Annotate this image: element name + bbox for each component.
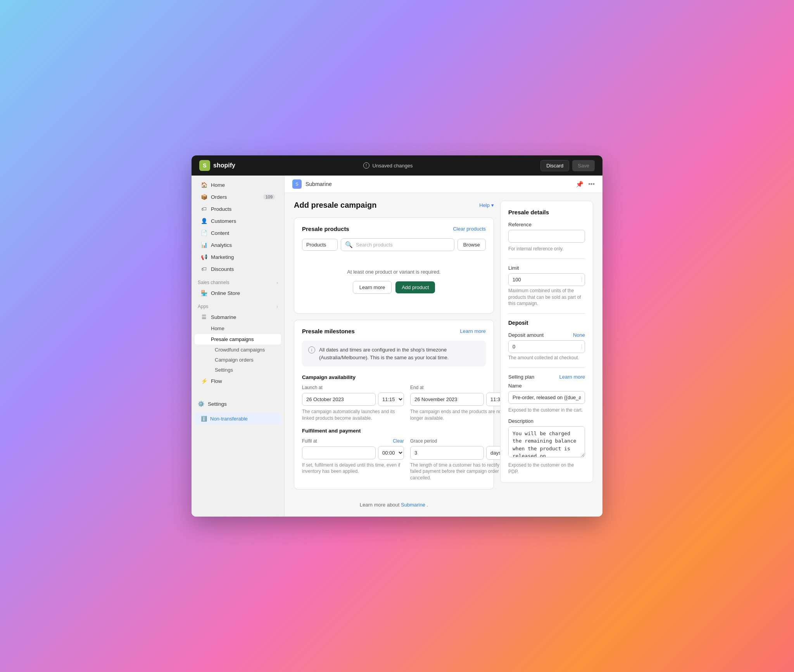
presale-details-title: Presale details [508,209,585,215]
apps-title: Apps [198,304,208,309]
sidebar-item-campaign-orders[interactable]: Campaign orders [195,355,281,365]
divider-2 [508,313,585,314]
sidebar-item-submarine-home[interactable]: Home [195,323,281,334]
app-name: Submarine [306,181,332,187]
search-icon: 🔍 [345,241,353,248]
learn-more-button[interactable]: Learn more [353,281,392,294]
deposit-none-link[interactable]: None [573,332,585,338]
warning-icon: ! [363,162,369,169]
product-search-row: Products Variants 🔍 Browse [302,238,486,251]
limit-unit: units [582,277,585,282]
right-panel: Presale details Reference For internal r… [500,201,593,514]
sidebar-item-submarine[interactable]: ☰ Submarine [195,311,281,323]
deposit-input-wrap: % ▲ ▼ [508,340,585,353]
fulfil-clear-link[interactable]: Clear [393,438,404,444]
page-container: Add presale campaign Help ▾ Presale prod… [285,193,602,517]
unsaved-status-text: Unsaved changes [373,163,413,169]
marketing-icon: 📢 [201,254,207,260]
fulfil-at-time-select[interactable]: 00:00 [378,446,404,460]
grace-period-input-row: days hours [410,446,512,460]
product-type-select[interactable]: Products Variants [302,239,338,251]
app-header-left: S Submarine [292,179,332,189]
save-button[interactable]: Save [572,160,595,171]
launch-at-label: Launch at [302,385,404,390]
fulfil-title: Fulfilment and payment [302,428,486,434]
topbar-actions: Discard Save [540,160,595,171]
name-input[interactable] [508,391,585,404]
grace-period-label-row: Grace period None [410,438,512,444]
app-icon-text: S [295,182,298,186]
help-button[interactable]: Help ▾ [479,202,494,208]
pin-icon[interactable]: 📌 [576,181,583,188]
sales-channels-chevron: › [276,280,278,285]
sidebar-item-marketing[interactable]: 📢 Marketing [195,251,281,263]
reference-input[interactable] [508,230,585,243]
end-at-date-input[interactable] [410,393,484,406]
settings-icon: ⚙️ [198,401,204,407]
sidebar-item-customers[interactable]: 👤 Customers [195,215,281,227]
sidebar-item-home[interactable]: 🏠 Home [195,179,281,191]
info-icon: i [308,346,315,353]
sidebar-item-content[interactable]: 📄 Content [195,227,281,239]
empty-message: At least one product or variant is requi… [347,269,440,275]
sidebar-item-online-store[interactable]: 🏪 Online Store [195,287,281,299]
fulfil-at-date-input[interactable] [302,446,376,459]
page-footer: Learn more about Submarine . [294,496,494,514]
divider-3 [508,367,585,368]
name-label: Name [508,383,585,389]
search-input-wrap: 🔍 [341,238,454,251]
presale-products-card: Presale products Clear products Products… [294,217,494,314]
grace-period-field: Grace period None days hours [410,438,512,481]
discard-button[interactable]: Discard [540,160,569,171]
submarine-home-label: Home [211,326,224,331]
deposit-amount-label: Deposit amount [508,332,544,338]
description-textarea[interactable]: You will be charged the remaining balanc… [508,426,585,457]
deposit-input[interactable] [509,341,582,353]
sidebar-flow-label: Flow [211,378,222,384]
sidebar-item-analytics[interactable]: 📊 Analytics [195,239,281,251]
analytics-icon: 📊 [201,242,207,248]
sidebar-item-presale-campaigns[interactable]: Presale campaigns [195,334,281,345]
reference-label: Reference [508,222,585,227]
sidebar-item-orders[interactable]: 📦 Orders 109 [195,191,281,203]
clear-products-link[interactable]: Clear products [453,226,486,232]
grace-period-input[interactable] [410,446,484,460]
milestones-learn-more-link[interactable]: Learn more [460,328,486,334]
milestones-title: Presale milestones [302,328,355,334]
sidebar-products-label: Products [211,206,231,212]
shopify-logo-icon: S [199,160,210,171]
sidebar-item-settings[interactable]: ⚙️ Settings [192,398,284,410]
sidebar-item-discounts[interactable]: 🏷 Discounts [195,263,281,275]
end-at-input-row: 11:30 [410,393,512,406]
selling-plan-learn-more-link[interactable]: Learn more [559,374,585,380]
sidebar-item-settings-sub[interactable]: Settings [195,365,281,375]
sidebar-content-label: Content [211,230,229,236]
content-area: S Submarine 📌 ••• Add presale campaign H… [285,176,602,517]
sidebar-home-label: Home [211,182,225,188]
limit-label: Limit [508,265,585,271]
sidebar-item-products[interactable]: 🏷 Products [195,203,281,215]
sidebar-submarine-label: Submarine [211,314,236,320]
description-hint: Exposed to the customer on the PDP. [508,462,585,475]
launch-at-time-select[interactable]: 11:15 [378,393,404,406]
non-transferable-label: Non-transferable [210,416,248,422]
footer-link[interactable]: Submarine [401,502,425,508]
more-icon[interactable]: ••• [588,181,595,188]
topbar-status: ! Unsaved changes [242,162,534,169]
add-product-button[interactable]: Add product [395,281,435,293]
non-transferable-icon: ℹ️ [201,416,207,422]
search-input[interactable] [356,239,450,251]
main-column: Add presale campaign Help ▾ Presale prod… [294,201,494,514]
sidebar-item-crowdfund-campaigns[interactable]: Crowdfund campaigns [195,345,281,355]
sidebar-item-flow[interactable]: ⚡ Flow [195,375,281,387]
dates-row: Launch at 11:15 The campaign automatical… [302,385,486,422]
launch-at-date-input[interactable] [302,393,376,406]
app-header: S Submarine 📌 ••• [285,176,602,193]
milestones-title-row: Presale milestones Learn more [302,328,486,334]
shopify-wordmark: shopify [213,162,235,169]
browse-button[interactable]: Browse [457,239,486,251]
presale-products-title: Presale products [302,226,349,232]
deposit-hint: The amount collected at checkout. [508,355,585,361]
fulfil-hint: If set, fulfilment is delayed until this… [302,462,404,475]
limit-input[interactable] [509,274,582,286]
